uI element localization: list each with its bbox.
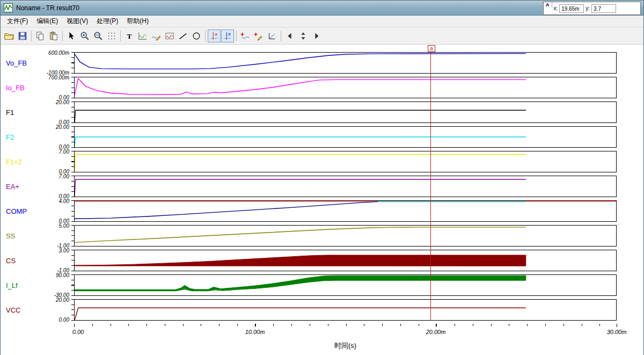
waveform-panel-F1+2: F1+27.000.00 xyxy=(1,151,643,172)
cursor-a-button[interactable]: a xyxy=(208,30,221,42)
svg-text:100: 100 xyxy=(95,34,99,37)
waveform-svg-I_Lf[interactable] xyxy=(75,275,616,295)
copy-button[interactable] xyxy=(34,30,47,42)
line-tool-button[interactable] xyxy=(177,30,189,42)
pointer-tool-button[interactable] xyxy=(65,30,78,42)
plot-area-F1[interactable] xyxy=(74,102,617,123)
waveform-svg-VCC[interactable] xyxy=(75,300,616,320)
text-tool-button[interactable]: T xyxy=(123,30,136,42)
plot-area-SS[interactable] xyxy=(74,225,617,247)
waveform-svg-F2[interactable] xyxy=(75,127,616,147)
waveform-svg-CS[interactable] xyxy=(75,250,616,271)
text-icon: T xyxy=(125,31,134,41)
signal-label-COMP[interactable]: COMP xyxy=(1,200,41,222)
cursor-flag-a[interactable]: a xyxy=(428,45,435,52)
prev-cursor-button[interactable] xyxy=(283,30,296,42)
plot-area-Io_FB[interactable] xyxy=(74,77,617,98)
plot-area-CS[interactable] xyxy=(74,250,617,271)
signal-label-F1[interactable]: F1 xyxy=(1,102,41,123)
x-tick xyxy=(436,324,436,327)
wave-ruler-icon xyxy=(138,31,148,41)
circle-tool-button[interactable] xyxy=(190,30,203,42)
x-tick xyxy=(617,324,617,327)
add-point-icon xyxy=(254,31,264,41)
toolbar-separator xyxy=(236,31,237,41)
waveform-svg-F1[interactable] xyxy=(75,102,616,122)
plot-area-I_Lf[interactable] xyxy=(74,274,617,296)
save-button[interactable] xyxy=(16,30,29,42)
waveform-svg-EA+[interactable] xyxy=(75,176,616,197)
signal-label-CS[interactable]: CS xyxy=(1,250,41,271)
nav-right-icon xyxy=(312,31,321,41)
menu-item-2[interactable]: 视图(V) xyxy=(62,16,92,27)
line-icon xyxy=(178,31,188,41)
signal-label-VCC[interactable]: VCC xyxy=(1,299,41,321)
grid-icon xyxy=(107,31,116,41)
add-red-cursor-button[interactable] xyxy=(239,30,252,42)
grid-button[interactable] xyxy=(105,30,118,42)
copy-page-button[interactable] xyxy=(47,30,60,42)
wave-clip-icon xyxy=(165,31,174,41)
menu-item-3[interactable]: 处理(P) xyxy=(92,16,122,27)
plot-area-VCC[interactable] xyxy=(74,299,617,321)
plot-area-EA+[interactable] xyxy=(74,176,617,197)
app-icon xyxy=(4,3,13,12)
waveform-svg-Vo_FB[interactable] xyxy=(75,53,616,73)
signal-label-I_Lf[interactable]: I_Lf xyxy=(1,274,41,296)
waveform-trace-VCC xyxy=(75,308,526,320)
zoom-100-icon: 100 xyxy=(93,31,103,41)
plot-area-F2[interactable] xyxy=(74,126,617,148)
menu-item-1[interactable]: 编辑(E) xyxy=(32,16,62,27)
toolbar-separator xyxy=(205,31,206,41)
app-window: Noname - TR result70 A x: 19.65m y: 3.7 … xyxy=(0,0,644,355)
copy-icon xyxy=(35,31,45,41)
waveform-panel-VCC: VCC20.000.00 xyxy=(1,299,643,321)
y-axis-F1+2: 7.000.00 xyxy=(41,151,74,172)
edit-wave-button[interactable] xyxy=(150,30,163,42)
angle-tool-button[interactable] xyxy=(266,30,279,42)
y-axis-VCC: 20.000.00 xyxy=(41,299,74,321)
waveform-svg-COMP[interactable] xyxy=(75,201,616,221)
y-axis-COMP: 4.000.00 xyxy=(41,200,74,222)
readout-x-value[interactable]: 19.65m xyxy=(559,4,584,13)
signal-label-F2[interactable]: F2 xyxy=(1,126,41,148)
clip-wave-button[interactable] xyxy=(163,30,176,42)
cursor-readout-box: A x: 19.65m y: 3.7 xyxy=(543,2,641,15)
zoom-in-button[interactable] xyxy=(78,30,91,42)
panels-stack: Vo_FB600.00m-100.00mIo_FB700.00m0.00F120… xyxy=(1,52,643,321)
waveform-trace-Vo_FB xyxy=(75,54,526,69)
measure-wave-button[interactable] xyxy=(136,30,149,42)
readout-y-value[interactable]: 3.7 xyxy=(591,4,616,13)
signal-label-Vo_FB[interactable]: Vo_FB xyxy=(1,52,41,74)
cursor-line-a[interactable] xyxy=(430,52,431,321)
open-button[interactable] xyxy=(3,30,16,42)
plot-region: Vo_FB600.00m-100.00mIo_FB700.00m0.00F120… xyxy=(1,45,643,355)
signal-label-F1+2[interactable]: F1+2 xyxy=(1,151,41,172)
plot-area-F1+2[interactable] xyxy=(74,151,617,172)
circle-icon xyxy=(192,31,201,41)
waveform-band-I_Lf xyxy=(75,276,526,291)
menu-bar: 文件(F)编辑(E)视图(V)处理(P)帮助(H) xyxy=(1,16,643,27)
y-axis-F1: 20.000.00 xyxy=(41,102,74,123)
signal-label-Io_FB[interactable]: Io_FB xyxy=(1,77,41,98)
cursor-b-button[interactable]: b xyxy=(221,30,234,42)
readout-cursor-group-label: A xyxy=(546,2,552,8)
plot-area-COMP[interactable] xyxy=(74,200,617,222)
waveform-trace-Io_FB xyxy=(75,78,526,95)
menu-item-0[interactable]: 文件(F) xyxy=(3,16,32,27)
cursor-b-icon: b xyxy=(223,31,232,41)
plot-area-Vo_FB[interactable] xyxy=(74,52,617,74)
waveform-svg-F1+2[interactable] xyxy=(75,151,616,172)
waveform-band-CS xyxy=(75,255,526,266)
x-tick xyxy=(74,324,75,327)
next-cursor-button[interactable] xyxy=(310,30,323,42)
cursor-spinner[interactable] xyxy=(297,30,310,42)
menu-item-4[interactable]: 帮助(H) xyxy=(122,16,153,27)
waveform-svg-Io_FB[interactable] xyxy=(75,77,616,98)
waveform-trace-COMP xyxy=(75,201,378,219)
signal-label-SS[interactable]: SS xyxy=(1,225,41,247)
add-point-button[interactable] xyxy=(252,30,265,42)
zoom-100-button[interactable]: 100 xyxy=(92,30,105,42)
signal-label-EA+[interactable]: EA+ xyxy=(1,176,41,197)
waveform-svg-SS[interactable] xyxy=(75,226,616,246)
